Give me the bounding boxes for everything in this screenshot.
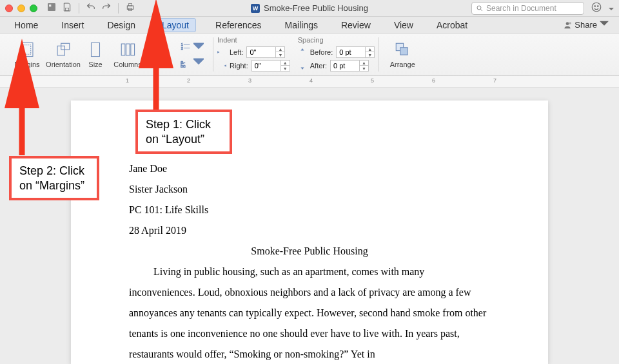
close-window-button[interactable] [5, 5, 13, 12]
indent-title: Indent [217, 36, 290, 44]
window-controls [5, 5, 37, 12]
annotation-step2: Step 2: Click on “Margins” [9, 156, 99, 200]
ruler-mark: 7 [493, 77, 496, 84]
spacing-before-icon [298, 48, 307, 56]
share-label: Share [575, 20, 597, 30]
window-titlebar: W Smoke-Free Public Housing Search in Do… [0, 0, 619, 17]
tab-layout[interactable]: Layout [155, 18, 196, 32]
indent-group: Indent Left: ▲▼ Right: ▲▼ [213, 35, 294, 74]
spacing-group: Spacing Before: ▲▼ After: ▲▼ [294, 35, 378, 74]
search-input[interactable]: Search in Document [471, 2, 584, 15]
doc-author: Jane Doe [129, 158, 490, 179]
annotation-step1: Step 1: Click on “Layout” [135, 110, 232, 154]
svg-rect-19 [131, 44, 135, 55]
tab-home[interactable]: Home [10, 18, 42, 32]
feedback-icon[interactable] [591, 1, 602, 15]
autosave-icon[interactable] [46, 2, 57, 14]
svg-rect-3 [127, 6, 133, 9]
svg-rect-13 [23, 45, 30, 55]
svg-rect-18 [126, 44, 130, 55]
save-icon[interactable] [62, 2, 72, 14]
indent-right-input[interactable]: ▲▼ [251, 60, 290, 72]
breaks-label: Breaks [150, 61, 172, 68]
svg-text:2: 2 [181, 46, 183, 50]
tab-references[interactable]: References [211, 18, 266, 32]
svg-rect-16 [92, 43, 100, 56]
indent-left-label: Left: [230, 48, 243, 56]
doc-course: PC 101: Life Skills [129, 200, 490, 220]
hyphenation-button[interactable]: a-bc [181, 57, 204, 68]
svg-point-9 [598, 6, 599, 7]
doc-instructor: Sister Jackson [129, 179, 490, 200]
arrange-button[interactable]: Arrange [384, 35, 420, 74]
search-icon [476, 5, 484, 12]
columns-button[interactable]: Columns [110, 35, 146, 74]
margins-button[interactable]: Margins [9, 35, 45, 74]
svg-rect-21 [156, 51, 166, 57]
breaks-button[interactable]: Breaks [146, 35, 177, 74]
search-placeholder: Search in Document [486, 4, 556, 13]
orientation-button[interactable]: Orientation [45, 35, 81, 74]
svg-rect-15 [61, 43, 70, 50]
svg-rect-12 [21, 43, 33, 56]
tab-review[interactable]: Review [337, 18, 375, 32]
doc-essay-title: Smoke-Free Public Housing [129, 241, 490, 262]
page-setup-group: Margins Orientation Size Columns Breaks … [4, 35, 213, 74]
tab-view[interactable]: View [390, 18, 417, 32]
ruler-mark: 3 [248, 77, 251, 84]
spacing-after-icon [298, 62, 307, 70]
separator [79, 3, 79, 14]
arrange-icon [393, 41, 411, 59]
redo-icon[interactable] [101, 2, 112, 14]
ruler-mark: 2 [187, 77, 190, 84]
chevron-down-icon[interactable] [609, 3, 614, 13]
svg-point-10 [566, 22, 569, 25]
doc-date: 28 April 2019 [129, 220, 490, 241]
spacing-before-input[interactable]: ▲▼ [336, 46, 375, 58]
tab-insert[interactable]: Insert [57, 18, 88, 32]
tab-acrobat[interactable]: Acrobat [433, 18, 471, 32]
minimize-window-button[interactable] [17, 5, 25, 12]
indent-left-input[interactable]: ▲▼ [246, 46, 285, 58]
line-numbers-button[interactable]: 12 [181, 41, 204, 53]
share-icon [563, 21, 572, 30]
margins-label: Margins [14, 61, 39, 68]
fullscreen-window-button[interactable] [30, 5, 37, 12]
size-button[interactable]: Size [81, 35, 110, 74]
svg-point-11 [569, 22, 572, 24]
svg-text:bc: bc [181, 63, 186, 68]
word-app-icon: W [251, 4, 260, 13]
print-icon[interactable] [125, 2, 135, 14]
doc-body-paragraph: Living in public housing, such as an apa… [129, 262, 490, 364]
tab-design[interactable]: Design [103, 18, 139, 32]
spacing-after-input[interactable]: ▲▼ [330, 60, 369, 72]
size-icon [86, 41, 104, 59]
share-button[interactable]: Share [563, 19, 609, 30]
columns-icon [119, 41, 137, 59]
tab-mailings[interactable]: Mailings [281, 18, 322, 32]
document-area[interactable]: Jane Doe Sister Jackson PC 101: Life Ski… [0, 88, 619, 364]
undo-icon[interactable] [86, 2, 96, 14]
svg-point-8 [594, 6, 596, 7]
svg-rect-20 [156, 43, 166, 48]
ruler-mark: 4 [310, 77, 313, 84]
spacing-after-label: After: [310, 62, 327, 70]
columns-label: Columns [113, 61, 141, 68]
line-numbers-icon: 12 [181, 42, 191, 52]
orientation-label: Orientation [46, 61, 81, 68]
ruler-mark: 1 [126, 77, 129, 84]
spacing-before-label: Before: [310, 48, 333, 56]
ruler-mark: 6 [432, 77, 435, 84]
svg-rect-0 [48, 3, 55, 11]
separator [118, 3, 119, 14]
breaks-icon [152, 41, 170, 59]
size-label: Size [88, 61, 102, 68]
quick-access-toolbar [46, 2, 135, 14]
indent-right-label: Right: [230, 62, 248, 70]
svg-rect-17 [121, 44, 125, 55]
spacing-title: Spacing [298, 36, 375, 44]
ruler-mark: 5 [371, 77, 374, 84]
horizontal-ruler[interactable]: 1 2 3 4 5 6 7 [0, 76, 619, 88]
arrange-label: Arrange [390, 61, 415, 68]
svg-rect-1 [49, 5, 51, 6]
